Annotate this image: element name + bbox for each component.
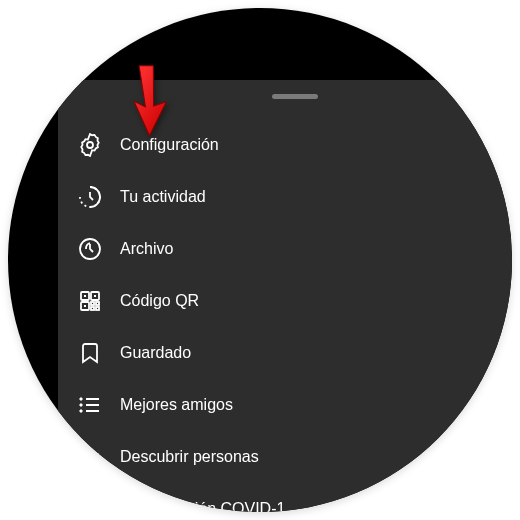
svg-rect-6 [94,295,96,297]
bookmark-icon [78,341,102,365]
menu-item-label: Archivo [120,240,173,258]
menu-item-label: e información COVID-1 [120,500,285,512]
discover-people-icon [78,445,102,469]
menu-item-covid-info[interactable]: e información COVID-1 [58,483,512,512]
menu-item-saved[interactable]: Guardado [58,327,512,379]
archive-icon [78,237,102,261]
svg-rect-8 [91,302,94,305]
settings-icon [78,133,102,157]
menu-item-qr-code[interactable]: Código QR [58,275,512,327]
menu-item-discover-people[interactable]: Descubrir personas [58,431,512,483]
qr-code-icon [78,289,102,313]
covid-info-icon [78,497,102,512]
menu-item-archive[interactable]: Archivo [58,223,512,275]
menu-item-label: Tu actividad [120,188,206,206]
circular-screenshot-mask: Configuración Tu actividad Archivo Códig… [8,8,512,512]
svg-marker-16 [79,403,83,407]
menu-item-label: Descubrir personas [120,448,259,466]
svg-rect-11 [96,307,99,310]
activity-icon [78,185,102,209]
menu-item-label: Mejores amigos [120,396,233,414]
svg-point-0 [87,142,93,148]
annotation-arrow [116,63,178,145]
svg-rect-9 [96,302,99,305]
menu-item-label: Guardado [120,344,191,362]
menu-item-label: Código QR [120,292,199,310]
svg-rect-10 [91,307,94,310]
menu-item-activity[interactable]: Tu actividad [58,171,512,223]
svg-marker-15 [79,397,83,401]
svg-rect-7 [84,305,86,307]
svg-marker-17 [79,409,83,413]
menu-item-close-friends[interactable]: Mejores amigos [58,379,512,431]
svg-rect-5 [84,295,86,297]
close-friends-icon [78,393,102,417]
svg-point-18 [83,448,91,456]
sheet-drag-handle[interactable] [272,94,318,99]
